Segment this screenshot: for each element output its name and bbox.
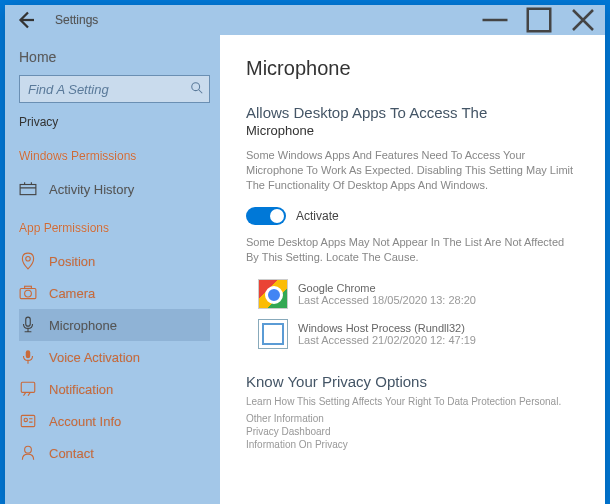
toggle-label: Activate [296,209,339,223]
camera-icon [19,284,37,302]
app-last-accessed: Last Accessed 18/05/2020 13: 28:20 [298,294,476,306]
privacy-options-heading: Know Your Privacy Options [246,373,579,390]
svg-rect-9 [21,382,35,392]
svg-rect-7 [26,317,31,326]
svg-rect-2 [20,185,36,195]
sidebar-item-activity-history[interactable]: Activity History [19,173,210,205]
section-windows-permissions: Windows Permissions [19,149,210,163]
svg-rect-10 [21,415,35,426]
svg-rect-8 [26,350,31,358]
search-icon [190,81,204,95]
close-icon [561,5,605,35]
sidebar-item-label: Contact [49,446,94,461]
process-icon [258,319,288,349]
search-wrap [19,75,210,103]
voice-icon [19,348,37,366]
minimize-button[interactable] [473,5,517,35]
sidebar-item-label: Account Info [49,414,121,429]
location-icon [19,252,37,270]
sidebar-item-contact[interactable]: Contact [19,437,210,469]
app-name: Google Chrome [298,282,476,294]
minimize-icon [473,5,517,35]
page-title: Microphone [246,57,579,80]
section-heading: Allows Desktop Apps To Access The [246,104,579,121]
link-privacy-dashboard[interactable]: Privacy Dashboard [246,426,579,437]
svg-point-12 [25,446,32,453]
description-2: Some Desktop Apps May Not Appear In The … [246,235,579,265]
description: Some Windows Apps And Features Need To A… [246,148,579,193]
search-input[interactable] [19,75,210,103]
notification-icon [19,380,37,398]
toggle-row: Activate [246,207,579,225]
svg-rect-0 [528,9,551,32]
settings-window: Settings Home Privacy Windows Per [5,5,605,504]
window-title: Settings [55,13,98,27]
sidebar-item-label: Notification [49,382,113,397]
link-other-info[interactable]: Other Information [246,413,579,424]
sidebar-item-label: Position [49,254,95,269]
content: Microphone Allows Desktop Apps To Access… [220,35,605,504]
svg-point-5 [25,290,32,297]
sidebar-item-notification[interactable]: Notification [19,373,210,405]
allow-desktop-toggle[interactable] [246,207,286,225]
maximize-icon [517,5,561,35]
sidebar-item-label: Activity History [49,182,134,197]
back-button[interactable] [13,8,37,32]
section-app-permissions: App Permissions [19,221,210,235]
sidebar-item-camera[interactable]: Camera [19,277,210,309]
sidebar-item-label: Microphone [49,318,117,333]
breadcrumb: Privacy [19,115,210,129]
svg-point-11 [24,418,27,421]
sidebar-item-position[interactable]: Position [19,245,210,277]
svg-rect-6 [25,286,32,288]
section-heading-line2: Microphone [246,123,579,138]
chrome-icon [258,279,288,309]
svg-point-3 [26,257,31,262]
maximize-button[interactable] [517,5,561,35]
app-item: Google Chrome Last Accessed 18/05/2020 1… [258,279,579,309]
history-icon [19,180,37,198]
app-list: Google Chrome Last Accessed 18/05/2020 1… [258,279,579,349]
titlebar: Settings [5,5,605,35]
app-item: Windows Host Process (Rundll32) Last Acc… [258,319,579,349]
contact-icon [19,444,37,462]
sidebar-item-label: Camera [49,286,95,301]
arrow-left-icon [13,8,37,32]
svg-point-1 [192,83,200,91]
sidebar: Home Privacy Windows Permissions Activit… [5,35,220,504]
app-name: Windows Host Process (Rundll32) [298,322,476,334]
sidebar-item-account-info[interactable]: Account Info [19,405,210,437]
sidebar-item-voice-activation[interactable]: Voice Activation [19,341,210,373]
app-last-accessed: Last Accessed 21/02/2020 12: 47:19 [298,334,476,346]
close-button[interactable] [561,5,605,35]
privacy-options-desc: Learn How This Setting Affects Your Righ… [246,396,579,407]
account-icon [19,412,37,430]
sidebar-item-label: Voice Activation [49,350,140,365]
sidebar-item-microphone[interactable]: Microphone [19,309,210,341]
home-link[interactable]: Home [19,49,210,65]
link-privacy-info[interactable]: Information On Privacy [246,439,579,450]
microphone-icon [19,316,37,334]
window-controls [473,5,605,35]
